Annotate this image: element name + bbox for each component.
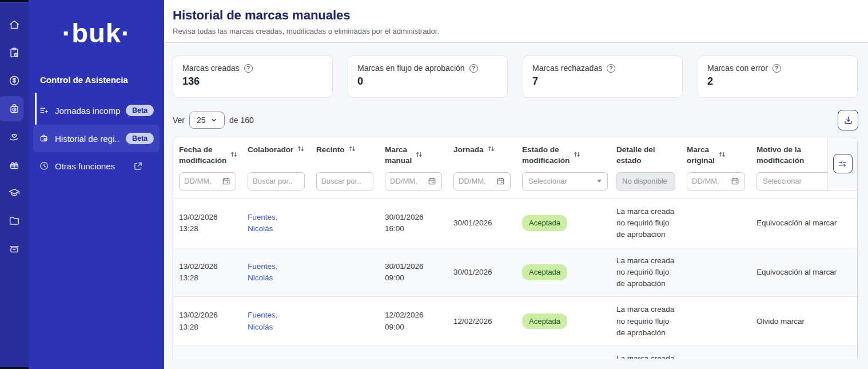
help-icon[interactable]: ? [773,64,781,73]
sort-icon[interactable] [718,150,726,161]
table-filter-row: Seleccionar No disponible Seleccionar [173,169,857,199]
select-placeholder: Seleccionar [763,177,802,185]
filter-jornada[interactable] [453,172,511,191]
status-badge: Aceptada [522,264,567,280]
stats-cards: Marcas creadas? 136 Marcas en flujo de a… [173,55,858,98]
filter-marca-original[interactable] [687,172,745,191]
filter-estado-select[interactable]: Seleccionar [522,172,608,191]
help-icon[interactable]: ? [244,64,253,73]
sort-icon[interactable] [573,150,581,161]
stat-label: Marcas en flujo de aprobación [357,64,465,73]
filter-motivo-select[interactable]: Seleccionar [756,172,837,191]
filter-marca-manual[interactable] [385,172,442,191]
date-input[interactable] [692,177,728,185]
briefcase-clock-icon [39,133,49,144]
column-header-marca-original: Marca original [687,145,715,166]
sort-icon[interactable] [487,145,495,155]
caret-down-icon [597,180,602,182]
dollar-circle-icon[interactable] [8,74,21,87]
column-header-detalle: Detalle del estado [616,145,655,166]
ver-label: Ver [173,116,185,125]
help-icon[interactable]: ? [607,64,615,73]
hand-heart-icon[interactable] [8,130,21,143]
cell-detalle: La marca creada no requirió flujo de apr… [611,199,681,248]
cell-motivo: Equivocación al marcar [751,199,857,248]
cell-marca-manual: 12/02/2026 16:00 [379,346,448,359]
cell-recinto [310,248,379,297]
clipboard-clock-icon[interactable] [8,46,21,59]
sort-icon[interactable] [415,150,423,161]
collaborator-link[interactable]: Fuentes, Nicolás [248,212,305,235]
bag-clock-icon[interactable] [8,102,21,115]
column-header-estado: Estado de modificación [522,145,570,166]
calendar-icon [427,176,437,186]
select-placeholder: Seleccionar [528,177,567,185]
sidebar-item-otras-funciones[interactable]: Otras funciones [33,156,160,176]
filter-colaborador[interactable] [248,172,305,191]
calendar-icon [730,176,740,186]
search-input[interactable] [253,177,300,185]
cell-motivo: Olvido marcar [751,297,857,346]
folder-icon[interactable] [8,215,21,227]
sidebar-item-jornadas-incompletas[interactable]: Jornadas incomp... Beta [33,100,160,121]
cell-recinto [310,297,379,346]
gift-box-icon[interactable] [8,158,21,171]
beta-badge: Beta [126,105,154,116]
column-settings-area [827,137,857,191]
page-subtitle: Revisa todas las marcas creadas, modific… [173,27,858,35]
column-settings-button[interactable] [833,154,853,173]
sort-icon[interactable] [297,145,305,155]
stat-value: 0 [357,76,498,88]
column-header-fecha: Fecha de modificación [179,145,226,166]
calendar-icon [221,176,231,186]
cell-motivo: Equivocación al marcar [751,248,857,297]
cell-recinto [310,346,379,359]
cash-drawer-icon[interactable] [8,243,21,255]
table-row[interactable]: 13/02/2026 13:28 Fuentes, Nicolás 12/02/… [173,346,857,359]
disabled-placeholder: No disponible [622,177,667,185]
graduation-cap-icon[interactable] [8,187,21,199]
stat-value: 7 [532,76,673,88]
cell-detalle: La marca creada no requirió flujo de apr… [611,248,681,297]
column-header-recinto: Recinto [316,145,345,156]
download-button[interactable] [838,110,858,130]
help-icon[interactable]: ? [469,64,478,73]
sidebar-menu: Jornadas incomp... Beta Historial de reg… [29,100,164,176]
sidebar-item-historial-registros[interactable]: Historial de regi... Beta [33,125,160,152]
stat-card-marcas-error: Marcas con error? 2 [698,55,858,98]
collaborator-link[interactable]: Fuentes, Nicolás [248,261,305,284]
search-input[interactable] [321,177,368,185]
column-header-motivo: Motivo de la modificación [756,145,804,166]
beta-badge: Beta [126,133,154,144]
sidebar-item-label: Historial de regi... [55,134,120,144]
cell-marca-original [681,248,751,297]
table-row[interactable]: 13/02/2026 13:28 Fuentes, Nicolás 30/01/… [173,199,857,248]
stat-label: Marcas rechazadas [532,64,602,73]
sidebar-item-label: Jornadas incomp... [55,106,120,116]
collaborator-link[interactable]: Fuentes, Nicolás [248,310,305,333]
filter-fecha-modificacion[interactable] [179,172,236,191]
cell-fecha-modificacion: 13/02/2026 13:28 [173,297,242,346]
sort-icon[interactable] [348,145,356,155]
date-input[interactable] [390,177,425,185]
stat-label: Marcas con error [707,64,768,73]
cell-marca-original [681,297,751,346]
page-size-select[interactable]: 25 [189,112,225,129]
table-row[interactable]: 13/02/2026 13:28 Fuentes, Nicolás 30/01/… [173,248,857,297]
cell-marca-manual: 12/02/2026 09:00 [379,297,448,346]
table-row[interactable]: 13/02/2026 13:28 Fuentes, Nicolás 12/02/… [173,296,857,346]
page-size-value: 25 [197,116,206,125]
date-input[interactable] [184,177,219,185]
cell-fecha-modificacion: 13/02/2026 13:28 [173,248,242,297]
buk-logo: ·buk· [29,17,164,49]
chevron-down-icon [210,117,217,124]
sort-icon[interactable] [230,150,238,161]
column-header-jornada: Jornada [453,145,484,156]
filter-detalle-disabled: No disponible [616,172,675,191]
date-input[interactable] [459,177,493,185]
cell-marca-manual: 30/01/2026 09:00 [379,248,448,297]
cell-jornada: 12/02/2026 [448,346,516,359]
filter-recinto[interactable] [316,172,373,191]
home-icon[interactable] [8,18,21,31]
list-plus-icon [39,105,49,116]
